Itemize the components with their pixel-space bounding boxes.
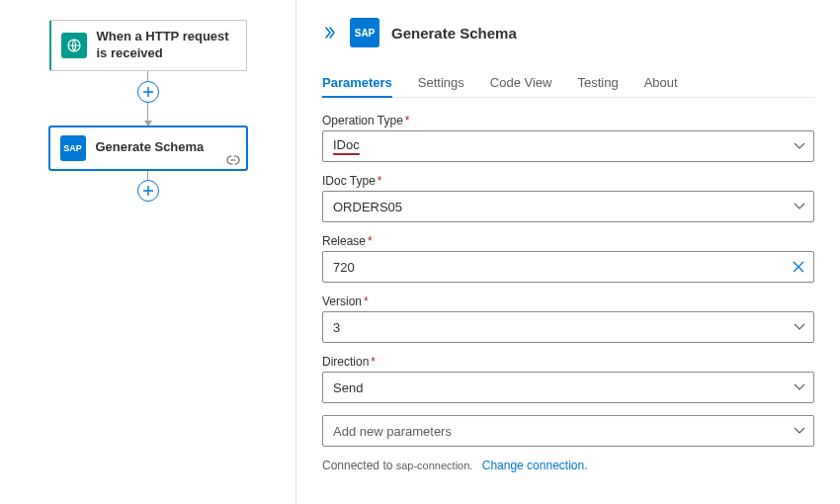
field-release: Release* 720 [322,234,814,283]
release-value: 720 [333,260,355,275]
action-node-title: Generate Schema [96,139,205,156]
label-version: Version [322,294,362,308]
direction-value: Send [333,380,363,395]
action-node-generate-schema[interactable]: SAP Generate Schema [49,126,247,170]
collapse-panel-button[interactable] [322,26,336,40]
change-connection-link[interactable]: Change connection. [482,459,588,472]
http-request-icon [61,33,87,58]
label-release: Release [322,234,366,248]
chevron-down-icon [794,142,805,150]
chevron-down-icon [794,323,805,331]
sap-icon: SAP [60,135,86,161]
version-value: 3 [333,320,340,335]
panel-title: Generate Schema [391,25,517,42]
chevron-down-icon [794,427,805,435]
required-icon: * [378,174,382,188]
operation-type-value: IDoc [333,137,360,155]
add-parameters-placeholder: Add new parameters [333,424,452,439]
sap-icon: SAP [350,18,379,47]
connected-prefix: Connected to [322,459,396,472]
connector-end [30,170,266,202]
tab-code-view[interactable]: Code View [490,69,552,98]
trigger-node-title: When a HTTP request is received [97,29,236,62]
action-details-panel: SAP Generate Schema Parameters Settings … [296,0,840,504]
required-icon: * [405,114,410,127]
connector [30,71,266,126]
connection-name: sap-connection. [396,460,473,471]
add-step-button[interactable] [137,81,159,103]
workflow-canvas: When a HTTP request is received SAP Gene… [0,0,296,504]
field-direction: Direction* Send [322,355,814,403]
required-icon: * [364,294,369,308]
tab-settings[interactable]: Settings [418,69,464,98]
label-direction: Direction [322,355,369,369]
clear-icon[interactable] [792,260,805,274]
chevron-down-icon [794,203,805,210]
label-operation-type: Operation Type [322,114,403,127]
panel-header: SAP Generate Schema [322,18,814,47]
chevron-down-icon [794,383,805,391]
label-idoc-type: IDoc Type [322,174,376,188]
tab-parameters[interactable]: Parameters [322,69,392,98]
connection-indicator-icon [226,155,240,165]
trigger-node-http[interactable]: When a HTTP request is received [49,20,247,71]
direction-select[interactable]: Send [322,372,814,403]
arrow-down-icon [144,121,152,126]
required-icon: * [371,355,376,369]
connection-footer: Connected to sap-connection. Change conn… [322,459,814,472]
add-step-button-end[interactable] [137,180,159,202]
required-icon: * [368,234,373,248]
tab-about[interactable]: About [644,69,678,98]
field-idoc-type: IDoc Type* ORDERS05 [322,174,814,222]
version-select[interactable]: 3 [322,311,814,343]
panel-tabs: Parameters Settings Code View Testing Ab… [322,69,814,98]
release-input[interactable]: 720 [322,251,814,283]
add-parameters-select[interactable]: Add new parameters [322,415,814,447]
field-version: Version* 3 [322,294,814,343]
field-operation-type: Operation Type* IDoc [322,114,814,162]
idoc-type-value: ORDERS05 [333,200,402,214]
tab-testing[interactable]: Testing [577,69,618,98]
field-add-parameters: Add new parameters [322,415,814,447]
idoc-type-select[interactable]: ORDERS05 [322,191,814,222]
operation-type-select[interactable]: IDoc [322,130,814,162]
